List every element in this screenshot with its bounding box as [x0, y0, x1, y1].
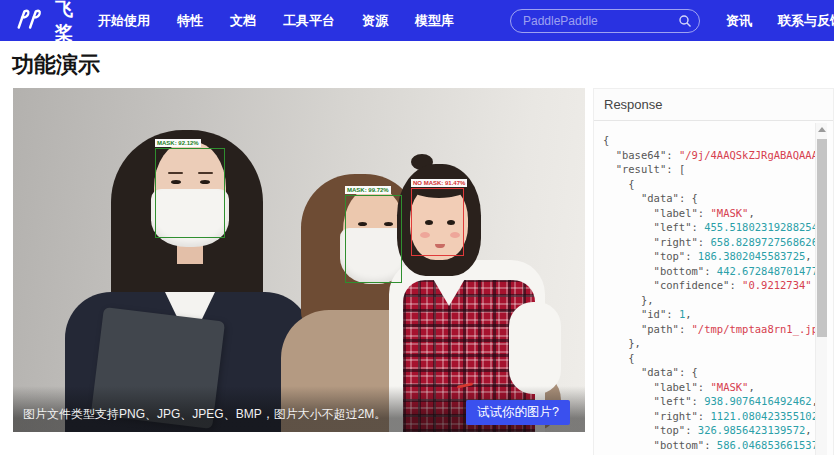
- json-line: "right": 658.8289727568626,: [603, 235, 817, 250]
- json-line: "label": "MASK",: [603, 380, 817, 395]
- response-json: { "base64": "/9j/4AAQSkZJRgABAQAAAQABAAD…: [603, 133, 817, 455]
- upload-hint-text: 图片文件类型支持PNG、JPG、JPEG、BMP，图片大小不超过2M。: [23, 406, 386, 423]
- scrollbar[interactable]: [815, 123, 827, 455]
- json-line: {: [603, 351, 817, 366]
- json-line: "left": 938.9076416492462,: [603, 394, 817, 409]
- detection-label-mask-2: MASK: 99.72%: [345, 186, 391, 194]
- json-line: "label": "MASK",: [603, 206, 817, 221]
- detection-box-mask-1: [155, 148, 225, 238]
- nav-item-tools[interactable]: 工具平台: [283, 12, 335, 30]
- detection-label-no-mask: NO MASK: 91.47%: [411, 179, 467, 187]
- json-line: {: [603, 177, 817, 192]
- detection-box-mask-2: [345, 195, 402, 283]
- json-line: "left": 455.51802319288254,: [603, 220, 817, 235]
- nav-link-contact[interactable]: 联系与反馈: [778, 12, 834, 30]
- page: 飞桨 开始使用 特性 文档 工具平台 资源 模型库 资讯 联系与反馈 GitHu…: [0, 0, 834, 455]
- girl-sleeve: [509, 302, 561, 394]
- json-line: {: [603, 133, 817, 148]
- search-icon[interactable]: [678, 14, 692, 28]
- response-panel-title: Response: [594, 89, 833, 121]
- brand-logo[interactable]: 飞桨: [14, 0, 74, 45]
- nav-item-get-started[interactable]: 开始使用: [98, 12, 150, 30]
- brand-text: 飞桨: [55, 0, 74, 45]
- top-nav: 飞桨 开始使用 特性 文档 工具平台 资源 模型库 资讯 联系与反馈 GitHu…: [0, 0, 834, 41]
- demo-photo: MASK: 92.12% MASK: 99.72% NO MASK: 91.47…: [13, 88, 585, 432]
- page-title: 功能演示: [12, 50, 100, 80]
- json-line: "base64": "/9j/4AAQSkZJRgABAQAAAQABAAD: [603, 148, 817, 163]
- search-input[interactable]: [523, 14, 678, 28]
- detection-box-no-mask: [411, 188, 464, 256]
- nav-item-model-zoo[interactable]: 模型库: [415, 12, 454, 30]
- json-line: "id": 1,: [603, 307, 817, 322]
- json-line: "result": [: [603, 162, 817, 177]
- response-panel: Response { "base64": "/9j/4AAQSkZJRgABAQ…: [593, 88, 834, 455]
- json-line: "path": "/tmp/tmptaa8rn1_.jpg": [603, 322, 817, 337]
- paddlepaddle-logo-icon: [14, 8, 50, 34]
- json-line: "bottom": 442.67284870147705,: [603, 264, 817, 279]
- nav-link-news[interactable]: 资讯: [726, 12, 752, 30]
- json-line: "right": 1121.0804233551025,: [603, 409, 817, 424]
- try-your-image-button[interactable]: 试试你的图片?: [466, 400, 570, 425]
- nav-right-links: 资讯 联系与反馈 GitHub: [726, 12, 834, 30]
- nav-menu: 开始使用 特性 文档 工具平台 资源 模型库: [98, 12, 454, 30]
- detection-label-mask-1: MASK: 92.12%: [155, 139, 201, 147]
- json-line: "top": 326.9856423139572,: [603, 423, 817, 438]
- nav-item-docs[interactable]: 文档: [230, 12, 256, 30]
- nav-item-features[interactable]: 特性: [177, 12, 203, 30]
- scrollbar-up-arrow-icon[interactable]: [817, 125, 827, 135]
- search-box[interactable]: [510, 9, 700, 33]
- nav-item-resources[interactable]: 资源: [362, 12, 388, 30]
- scrollbar-thumb[interactable]: [817, 139, 827, 337]
- json-line: "data": {: [603, 191, 817, 206]
- json-line: "top": 186.3802045583725,: [603, 249, 817, 264]
- json-line: "data": {: [603, 365, 817, 380]
- json-line: "bottom": 586.0468536615372,: [603, 438, 817, 453]
- json-line: "confidence": "0.9212734": [603, 278, 817, 293]
- json-line: },: [603, 293, 817, 308]
- json-line: },: [603, 336, 817, 351]
